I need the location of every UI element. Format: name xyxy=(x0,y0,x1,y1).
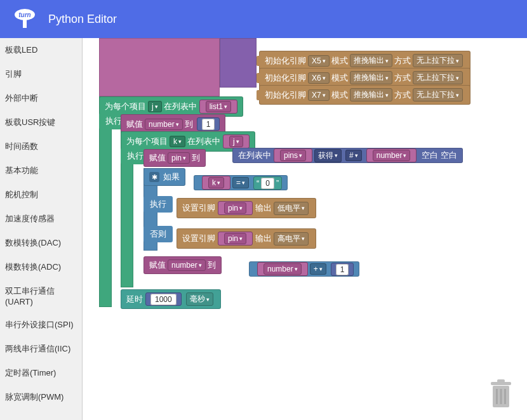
label: 输出 xyxy=(255,202,272,214)
pin-dropdown[interactable]: pin▾ xyxy=(224,202,246,214)
pin-dropdown[interactable]: pin▾ xyxy=(224,233,246,244)
logo: turn xyxy=(9,6,41,32)
level-dropdown[interactable]: 低电平▾ xyxy=(274,202,309,215)
label: 设置引脚 xyxy=(182,202,215,214)
list-dropdown[interactable]: list1▾ xyxy=(206,101,231,112)
list-slot[interactable]: pins▾ xyxy=(274,148,312,162)
label: 如果 xyxy=(163,171,180,183)
label: 赋值 xyxy=(126,119,143,130)
list-get-block[interactable]: 在列表中 pins▾ 获得▾ #▾ number▾ 空白 空白 xyxy=(232,148,463,163)
canvas[interactable]: 初始化引脚 X5▾ 模式 推挽输出▾ 方式 无上拉下拉▾ 初始化引脚 X6▾ 模… xyxy=(83,38,527,420)
unit-dropdown[interactable]: 毫秒▾ xyxy=(186,292,213,306)
list-dropdown[interactable]: j▾ xyxy=(229,136,243,147)
assign-block[interactable]: 赋值 number▾ 到 xyxy=(143,256,222,274)
idx-slot[interactable]: number▾ xyxy=(366,148,417,162)
list-slot[interactable]: list1▾ xyxy=(199,100,237,114)
blank-label: 空白 空白 xyxy=(422,150,457,161)
value-slot[interactable]: 1 xyxy=(331,263,354,276)
sidebar-item[interactable]: 板载LED xyxy=(0,38,82,62)
mode-dropdown[interactable]: 推挽输出▾ xyxy=(350,54,392,67)
var-dropdown[interactable]: pin▾ xyxy=(168,152,190,164)
label: 设置引脚 xyxy=(182,233,215,244)
sidebar-item[interactable]: 基本功能 xyxy=(0,159,82,183)
var-dropdown[interactable]: number▾ xyxy=(264,263,302,275)
set-pin-block[interactable]: 设置引脚 pin▾ 输出 高电平▾ xyxy=(177,228,316,249)
gear-icon[interactable]: ✱ xyxy=(149,172,159,182)
svg-text:turn: turn xyxy=(18,11,30,18)
label: 到 xyxy=(185,119,193,130)
list-dropdown[interactable]: pins▾ xyxy=(280,150,306,161)
svg-rect-8 xyxy=(504,389,506,404)
trash-icon[interactable] xyxy=(489,378,513,409)
sidebar-item[interactable]: 舵机控制 xyxy=(0,183,82,207)
label: 初始化引脚 xyxy=(265,55,306,67)
svg-rect-5 xyxy=(497,379,505,383)
var-dropdown[interactable]: number▾ xyxy=(145,119,183,130)
app-title: Python Editor xyxy=(48,13,117,26)
sidebar-item[interactable]: 板载USR按键 xyxy=(0,110,82,135)
init-pin-block[interactable]: 初始化引脚 X7▾ 模式 推挽输出▾ 方式 无上拉下拉▾ xyxy=(259,85,470,105)
label: 模式 xyxy=(331,72,348,84)
header: turn Python Editor xyxy=(0,0,527,38)
label: 到 xyxy=(208,259,216,271)
assign-block[interactable]: 赋值 pin▾ 到 xyxy=(143,149,206,167)
pin-dropdown[interactable]: X5▾ xyxy=(308,55,330,67)
sidebar-item[interactable]: 数模转换(DAC) xyxy=(0,231,82,255)
label: 赋值 xyxy=(149,259,166,271)
sidebar-item[interactable]: 外部中断 xyxy=(0,86,82,110)
get-dropdown[interactable]: 获得▾ xyxy=(314,149,342,162)
var-slot[interactable]: k▾ xyxy=(202,176,230,190)
sidebar-item[interactable]: 引脚 xyxy=(0,62,82,86)
pin-slot[interactable]: pin▾ xyxy=(218,232,253,246)
pin-dropdown[interactable]: X7▾ xyxy=(308,89,330,101)
compare-block[interactable]: k▾ =▾ “0” xyxy=(194,175,288,190)
idx-dropdown[interactable]: number▾ xyxy=(373,150,411,161)
var-dropdown[interactable]: k▾ xyxy=(208,177,224,188)
var-dropdown[interactable]: j▾ xyxy=(148,101,162,112)
pin-dropdown[interactable]: X6▾ xyxy=(308,72,330,84)
var-slot[interactable]: number▾ xyxy=(257,262,308,276)
value-slot[interactable]: 1 xyxy=(197,117,220,131)
list-slot[interactable]: j▾ xyxy=(223,135,250,148)
pin-slot[interactable]: pin▾ xyxy=(218,201,253,215)
else-label: 否则 xyxy=(143,226,173,242)
label: 方式 xyxy=(394,89,411,101)
sidebar-item[interactable]: 定时器(Timer) xyxy=(0,361,82,385)
block-container[interactable] xyxy=(220,38,257,88)
sidebar-item[interactable]: 脉宽调制(PWM) xyxy=(0,385,82,409)
label: 方式 xyxy=(394,72,411,84)
delay-block[interactable]: 延时 1000 毫秒▾ xyxy=(121,289,221,309)
sidebar-item[interactable]: 加速度传感器 xyxy=(0,207,82,231)
level-dropdown[interactable]: 高电平▾ xyxy=(274,232,309,246)
op-dropdown[interactable]: +▾ xyxy=(310,263,326,275)
label: 初始化引脚 xyxy=(265,89,306,101)
sidebar-item[interactable]: 两线串行通信(IIC) xyxy=(0,337,82,361)
way-dropdown[interactable]: 无上拉下拉▾ xyxy=(413,71,463,84)
label: 方式 xyxy=(394,55,411,67)
label: 为每个项目 xyxy=(105,101,146,112)
way-dropdown[interactable]: 无上拉下拉▾ xyxy=(413,54,463,67)
mode-dropdown[interactable]: 推挽输出▾ xyxy=(350,88,392,102)
var-dropdown[interactable]: number▾ xyxy=(168,259,206,271)
op-dropdown[interactable]: =▾ xyxy=(232,177,249,188)
label: 在列表中 xyxy=(238,150,271,161)
var-dropdown[interactable]: k▾ xyxy=(170,136,185,147)
label: 赋值 xyxy=(149,152,166,164)
math-block[interactable]: number▾ +▾ 1 xyxy=(249,261,359,277)
value-slot[interactable]: 1000 xyxy=(145,292,182,306)
block-container[interactable] xyxy=(99,38,220,96)
mode-dropdown[interactable]: 推挽输出▾ xyxy=(350,71,392,84)
sidebar-item[interactable]: 双工串行通信(UART) xyxy=(0,279,82,313)
way-dropdown[interactable]: 无上拉下拉▾ xyxy=(413,88,463,102)
sidebar-item[interactable]: 时间函数 xyxy=(0,135,82,159)
label: 初始化引脚 xyxy=(265,72,306,84)
if-block[interactable]: ✱ 如果 xyxy=(143,168,185,186)
svg-rect-6 xyxy=(496,389,498,404)
hash-dropdown[interactable]: #▾ xyxy=(345,150,362,161)
sidebar-item[interactable]: 串行外设接口(SPI) xyxy=(0,313,82,337)
set-pin-block[interactable]: 设置引脚 pin▾ 输出 低电平▾ xyxy=(177,198,316,218)
label: 在列表中 xyxy=(187,136,220,147)
sidebar-item[interactable]: 模数转换(ADC) xyxy=(0,255,82,279)
string-slot[interactable]: “0” xyxy=(253,176,282,190)
label: 模式 xyxy=(331,89,348,101)
